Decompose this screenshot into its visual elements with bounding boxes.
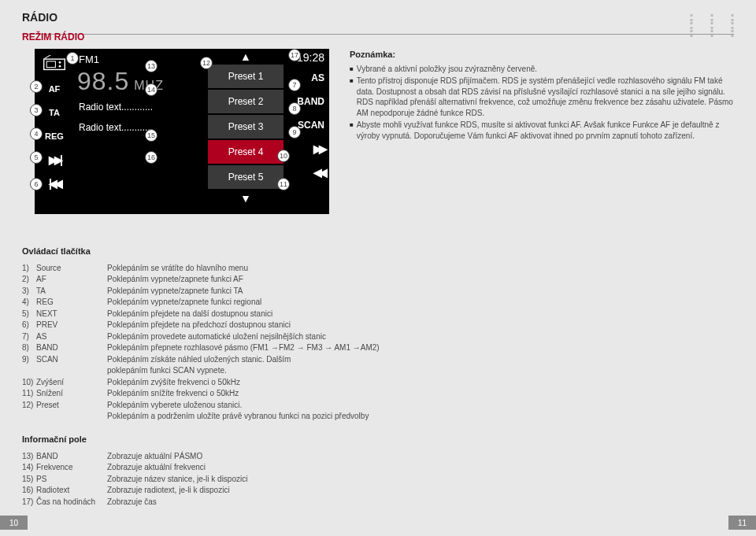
decorative-dots: ⋮⋮⋮⋮⋮⋮ <box>680 20 742 30</box>
callout-5: 5 <box>30 151 43 164</box>
tune-up-button[interactable]: ▲ <box>240 49 251 65</box>
list-item: 11)SníženíPoklepáním snížíte frekvenci o… <box>22 388 734 400</box>
item-name <box>36 365 107 377</box>
callout-13: 13 <box>145 60 158 72</box>
item-desc: Zobrazuje čas <box>107 497 734 508</box>
bullet-icon: ■ <box>350 64 354 75</box>
band-label: FM1 <box>74 49 206 65</box>
callout-8: 8 <box>288 102 301 115</box>
item-desc: Poklepáním přejdete na předchozí dostupn… <box>107 320 734 331</box>
bullet-icon: ■ <box>350 120 354 141</box>
item-desc: Poklepáním přejdete na další dostupnou s… <box>107 309 734 320</box>
item-desc: Poklepáním vypnete/zapnete funkci TA <box>107 286 734 298</box>
seek-fwd-button[interactable]: ▶▶ <box>313 137 324 161</box>
seek-back-button[interactable]: ◀◀ <box>313 161 324 184</box>
item-number: 12) <box>22 400 36 412</box>
radiotext: Radio text............ <box>74 116 206 137</box>
notes-title: Poznámka: <box>350 49 734 61</box>
callout-6: 6 <box>30 178 43 190</box>
callout-17: 17 <box>288 49 301 61</box>
item-number: 3) <box>22 286 36 298</box>
item-name: AS <box>36 331 107 343</box>
note-text: Vybrané a aktivní položky jsou zvýrazněn… <box>357 64 537 75</box>
list-item: 13)BANDZobrazuje aktuální PÁSMO <box>22 451 734 463</box>
item-desc: poklepáním funkci SCAN vypnete. <box>107 365 734 377</box>
radio-diagram: REŽIM RÁDIO AF TA REG ▶▶| |◀◀ FM1 <box>22 49 329 214</box>
preset-4[interactable]: Preset 4 <box>208 140 284 164</box>
item-number: 2) <box>22 274 36 286</box>
note-item: ■Abyste mohli využívat funkce RDS, musít… <box>350 120 734 141</box>
item-desc: Poklepáním vypnete/zapnete funkci region… <box>107 297 734 309</box>
list-item: 15)PSZobrazuje název stanice, je-li k di… <box>22 474 734 486</box>
item-desc: Poklepáním zvýšíte frekvenci o 50kHz <box>107 377 734 389</box>
item-number: 9) <box>22 354 36 366</box>
item-name: Source <box>36 263 107 275</box>
item-name: BAND <box>36 451 107 463</box>
item-name: NEXT <box>36 309 107 320</box>
item-number: 11) <box>22 388 36 400</box>
callout-9: 9 <box>288 126 301 139</box>
tune-down-button[interactable]: ▼ <box>240 190 251 206</box>
item-name: Preset <box>36 400 107 412</box>
svg-point-2 <box>59 61 61 64</box>
item-desc: Zobrazuje aktuální PÁSMO <box>107 451 734 463</box>
item-name: TA <box>36 286 107 298</box>
item-number: 16) <box>22 485 36 497</box>
controls-title: Ovládací tlačítka <box>22 246 734 258</box>
callout-16: 16 <box>145 151 158 164</box>
page-number-right: 11 <box>728 516 756 530</box>
list-item: 2)AFPoklepáním vypnete/zapnete funkci AF <box>22 274 734 286</box>
callout-14: 14 <box>145 83 158 96</box>
scan-button[interactable]: SCAN <box>298 113 324 137</box>
list-item: 1)SourcePoklepáním se vrátíte do hlavníh… <box>22 263 734 275</box>
svg-point-3 <box>59 65 61 68</box>
callout-7: 7 <box>288 79 301 91</box>
item-desc: Poklepáním přepnete rozhlasové pásmo (FM… <box>107 342 734 354</box>
frequency-value: 98.5 <box>77 67 129 96</box>
ps-text: Radio text............ <box>74 96 206 116</box>
callout-15: 15 <box>145 129 158 142</box>
list-item: 12)PresetPoklepáním vyberete uloženou st… <box>22 400 734 412</box>
item-desc: Poklepáním vypnete/zapnete funkci AF <box>107 274 734 286</box>
item-desc: Poklepáním vyberete uloženou stanici. <box>107 400 734 412</box>
svg-line-4 <box>44 55 50 58</box>
item-number: 6) <box>22 320 36 331</box>
item-desc: Poklepáním se vrátíte do hlavního menu <box>107 263 734 275</box>
list-item: 6)PREVPoklepáním přejdete na předchozí d… <box>22 320 734 331</box>
preset-5[interactable]: Preset 5 <box>208 165 284 189</box>
item-number: 15) <box>22 474 36 486</box>
preset-2[interactable]: Preset 2 <box>208 90 284 113</box>
band-button[interactable]: BAND <box>297 90 324 113</box>
preset-3[interactable]: Preset 3 <box>208 115 284 139</box>
info-title: Informační pole <box>22 434 734 446</box>
item-name: SCAN <box>36 354 107 366</box>
callout-12: 12 <box>200 57 213 69</box>
item-number: 17) <box>22 497 36 508</box>
preset-1[interactable]: Preset 1 <box>208 65 284 88</box>
frequency-display: 98.5 MHZ <box>74 65 206 96</box>
list-item: 7)ASPoklepáním provedete automatické ulo… <box>22 331 734 343</box>
item-desc: Poklepáním získáte náhled uložených stan… <box>107 354 734 366</box>
item-desc: Poklepáním snížíte frekvenci o 50kHz <box>107 388 734 400</box>
callout-11: 11 <box>277 178 290 190</box>
list-item: poklepáním funkci SCAN vypnete. <box>22 365 734 377</box>
item-name: Zvýšení <box>36 377 107 389</box>
item-name: Frekvence <box>36 462 107 474</box>
list-item: 4)REGPoklepáním vypnete/zapnete funkci r… <box>22 297 734 309</box>
item-name: PS <box>36 474 107 486</box>
list-item: 17)Čas na hodináchZobrazuje čas <box>22 497 734 508</box>
callout-10: 10 <box>277 150 290 162</box>
as-button[interactable]: AS <box>311 66 324 90</box>
list-item: 16)RadiotextZobrazuje radiotext, je-li k… <box>22 485 734 497</box>
list-item: 10)ZvýšeníPoklepáním zvýšíte frekvenci o… <box>22 377 734 389</box>
item-name: Čas na hodinách <box>36 497 107 508</box>
item-number: 4) <box>22 297 36 309</box>
item-desc: Poklepáním provedete automatické uložení… <box>107 331 734 343</box>
note-item: ■Tento přístroj disponuje RDS přijímačem… <box>350 76 734 118</box>
item-number <box>22 411 36 423</box>
item-number: 5) <box>22 309 36 320</box>
page-number-left: 10 <box>0 516 28 530</box>
mode-title: REŽIM RÁDIO <box>22 31 84 43</box>
item-number <box>22 365 36 377</box>
list-item: Poklepáním a podržením uložíte právě vyb… <box>22 411 734 423</box>
